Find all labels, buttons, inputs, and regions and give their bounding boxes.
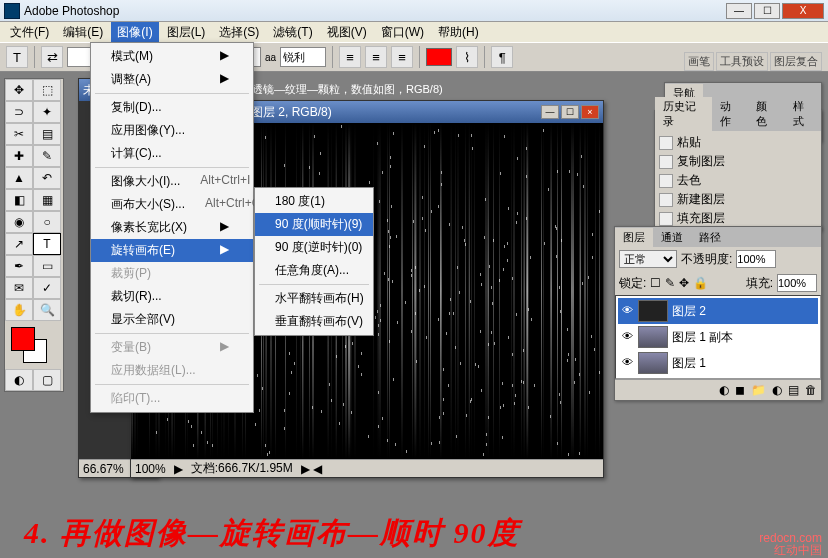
menu-image-item[interactable]: 调整(A)▶: [91, 68, 253, 91]
doc2-min-button[interactable]: —: [541, 105, 559, 119]
stamp-tool[interactable]: ▲: [5, 167, 33, 189]
type-tool-icon[interactable]: T: [6, 46, 28, 68]
rotate-item[interactable]: 180 度(1): [255, 190, 373, 213]
tab-history[interactable]: 历史记录: [655, 97, 712, 131]
lock-all-icon[interactable]: 🔒: [693, 276, 708, 290]
type-direction-icon[interactable]: ⇄: [41, 46, 63, 68]
heal-tool[interactable]: ✚: [5, 145, 33, 167]
brush-tool[interactable]: ✎: [33, 145, 61, 167]
doc2-close-button[interactable]: ×: [581, 105, 599, 119]
fg-color-swatch[interactable]: [11, 327, 35, 351]
path-tool[interactable]: ↗: [5, 233, 33, 255]
menu-image-item[interactable]: 计算(C)...: [91, 142, 253, 165]
history-item[interactable]: 去色: [657, 171, 819, 190]
visibility-icon[interactable]: 👁: [620, 330, 634, 344]
menu-image[interactable]: 模式(M)▶调整(A)▶复制(D)...应用图像(Y)...计算(C)...图像…: [90, 42, 254, 413]
tab-colors[interactable]: 颜色: [748, 97, 784, 131]
pen-tool[interactable]: ✒: [5, 255, 33, 277]
layer-fx-icon[interactable]: ◐: [719, 383, 729, 397]
history-brush-tool[interactable]: ↶: [33, 167, 61, 189]
tab-actions[interactable]: 动作: [712, 97, 748, 131]
menu-4[interactable]: 选择(S): [213, 22, 265, 43]
preset-0[interactable]: 画笔: [684, 52, 714, 71]
menu-image-item[interactable]: 像素长宽比(X)▶: [91, 216, 253, 239]
visibility-icon[interactable]: 👁: [620, 356, 634, 370]
submenu-rotate-canvas[interactable]: 180 度(1)90 度(顺时针)(9)90 度(逆时针)(0)任意角度(A).…: [254, 187, 374, 336]
char-panel-icon[interactable]: ¶: [491, 46, 513, 68]
hand-tool[interactable]: ✋: [5, 299, 33, 321]
visibility-icon[interactable]: 👁: [620, 304, 634, 318]
tab-layers[interactable]: 图层: [615, 228, 653, 247]
warp-text-icon[interactable]: ⌇: [456, 46, 478, 68]
menu-image-item[interactable]: 模式(M)▶: [91, 45, 253, 68]
wand-tool[interactable]: ✦: [33, 101, 61, 123]
menu-3[interactable]: 图层(L): [161, 22, 212, 43]
lasso-tool[interactable]: ⊃: [5, 101, 33, 123]
quickmask-icon[interactable]: ◐: [5, 369, 33, 391]
menu-image-item[interactable]: 复制(D)...: [91, 96, 253, 119]
layer-row[interactable]: 👁图层 1: [618, 350, 818, 376]
menu-2[interactable]: 图像(I): [111, 22, 158, 43]
minimize-button[interactable]: —: [726, 3, 752, 19]
rotate-item[interactable]: 任意角度(A)...: [255, 259, 373, 282]
menu-image-item[interactable]: 显示全部(V): [91, 308, 253, 331]
color-picker[interactable]: [9, 325, 59, 365]
lock-trans-icon[interactable]: ☐: [650, 276, 661, 290]
layer-row[interactable]: 👁图层 1 副本: [618, 324, 818, 350]
tab-paths[interactable]: 路径: [691, 228, 729, 247]
lock-pixels-icon[interactable]: ✎: [665, 276, 675, 290]
maximize-button[interactable]: ☐: [754, 3, 780, 19]
marquee-tool[interactable]: ⬚: [33, 79, 61, 101]
delete-layer-icon[interactable]: 🗑: [805, 383, 817, 397]
opacity-input[interactable]: [736, 250, 776, 268]
eyedropper-tool[interactable]: ✓: [33, 277, 61, 299]
menu-image-item[interactable]: 裁切(R)...: [91, 285, 253, 308]
tab-styles[interactable]: 样式: [785, 97, 821, 131]
menu-image-item[interactable]: 应用图像(Y)...: [91, 119, 253, 142]
doc2-max-button[interactable]: ☐: [561, 105, 579, 119]
tab-channels[interactable]: 通道: [653, 228, 691, 247]
move-tool[interactable]: ✥: [5, 79, 33, 101]
history-item[interactable]: 新建图层: [657, 190, 819, 209]
layer-mask-icon[interactable]: ◼: [735, 383, 745, 397]
slice-tool[interactable]: ▤: [33, 123, 61, 145]
text-color-swatch[interactable]: [426, 48, 452, 66]
align-right-icon[interactable]: ≡: [391, 46, 413, 68]
blend-mode-select[interactable]: 正常: [619, 250, 677, 268]
new-layer-icon[interactable]: ▤: [788, 383, 799, 397]
rotate-item[interactable]: 垂直翻转画布(V): [255, 310, 373, 333]
type-tool[interactable]: T: [33, 233, 61, 255]
crop-tool[interactable]: ✂: [5, 123, 33, 145]
preset-2[interactable]: 图层复合: [770, 52, 822, 71]
zoom-tool[interactable]: 🔍: [33, 299, 61, 321]
antialias-select[interactable]: [280, 47, 326, 67]
menu-image-item[interactable]: 旋转画布(E)▶: [91, 239, 253, 262]
menu-1[interactable]: 编辑(E): [57, 22, 109, 43]
blur-tool[interactable]: ◉: [5, 211, 33, 233]
notes-tool[interactable]: ✉: [5, 277, 33, 299]
align-center-icon[interactable]: ≡: [365, 46, 387, 68]
history-item[interactable]: 复制图层: [657, 152, 819, 171]
rotate-item[interactable]: 90 度(逆时针)(0): [255, 236, 373, 259]
adjustment-icon[interactable]: ◐: [772, 383, 782, 397]
shape-tool[interactable]: ▭: [33, 255, 61, 277]
menu-image-item[interactable]: 画布大小(S)...Alt+Ctrl+C: [91, 193, 253, 216]
close-button[interactable]: X: [782, 3, 824, 19]
preset-1[interactable]: 工具预设: [716, 52, 768, 71]
menu-6[interactable]: 视图(V): [321, 22, 373, 43]
eraser-tool[interactable]: ◧: [5, 189, 33, 211]
rotate-item[interactable]: 水平翻转画布(H): [255, 287, 373, 310]
history-item[interactable]: 粘贴: [657, 133, 819, 152]
menu-0[interactable]: 文件(F): [4, 22, 55, 43]
screenmode-icon[interactable]: ▢: [33, 369, 61, 391]
fill-input[interactable]: [777, 274, 817, 292]
layer-row[interactable]: 👁图层 2: [618, 298, 818, 324]
rotate-item[interactable]: 90 度(顺时针)(9): [255, 213, 373, 236]
menu-7[interactable]: 窗口(W): [375, 22, 430, 43]
new-folder-icon[interactable]: 📁: [751, 383, 766, 397]
lock-pos-icon[interactable]: ✥: [679, 276, 689, 290]
menu-5[interactable]: 滤镜(T): [267, 22, 318, 43]
menu-image-item[interactable]: 图像大小(I)...Alt+Ctrl+I: [91, 170, 253, 193]
menu-8[interactable]: 帮助(H): [432, 22, 485, 43]
menubar[interactable]: 文件(F)编辑(E)图像(I)图层(L)选择(S)滤镜(T)视图(V)窗口(W)…: [0, 22, 828, 42]
